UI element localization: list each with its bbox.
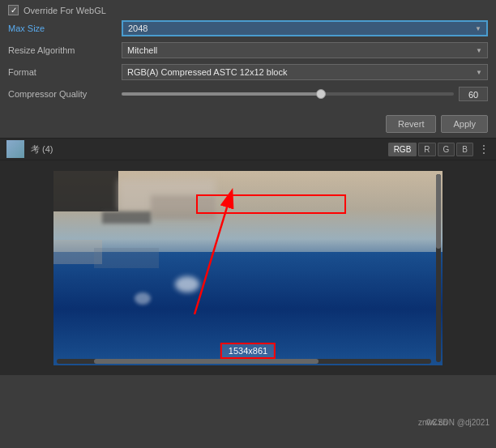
resize-value: Mitchell xyxy=(127,45,157,55)
compressor-slider-thumb[interactable] xyxy=(316,89,326,99)
max-size-value: 2048 xyxy=(128,23,148,33)
resize-row: Resize Algorithm Mitchell ▼ xyxy=(8,41,488,59)
pixel-block-2 xyxy=(94,248,159,268)
channel-buttons: RGB R G B ⋮ xyxy=(388,143,490,156)
dark-patch xyxy=(102,211,151,224)
image-dimensions-text: 1534x861 xyxy=(229,346,267,356)
format-label: Format xyxy=(8,67,122,77)
resize-label: Resize Algorithm xyxy=(8,45,122,55)
channel-b-button[interactable]: B xyxy=(456,143,473,156)
revert-button[interactable]: Revert xyxy=(386,115,436,133)
more-options-icon[interactable]: ⋮ xyxy=(478,143,490,156)
preview-thumbnail xyxy=(6,140,24,158)
compressor-slider-track[interactable] xyxy=(122,92,454,96)
settings-panel: Override For WebGL Max Size 2048 ▼ Resiz… xyxy=(0,0,496,112)
vertical-scrollbar[interactable] xyxy=(436,174,441,362)
horizontal-scrollbar[interactable] xyxy=(57,359,431,364)
image-preview-area[interactable]: 1534x861 xyxy=(0,160,496,375)
horizontal-scrollbar-thumb[interactable] xyxy=(94,359,319,364)
corner-overlay xyxy=(53,171,118,211)
compressor-slider-container: 60 xyxy=(122,87,488,101)
preview-bar: 考 (4) RGB R G B ⋮ xyxy=(0,138,496,160)
water-glint-1 xyxy=(175,276,199,292)
override-checkbox[interactable] xyxy=(8,5,19,15)
water-glint-2 xyxy=(135,292,151,305)
format-value: RGB(A) Compressed ASTC 12x12 block xyxy=(127,67,287,77)
preview-name: 考 (4) xyxy=(31,143,388,156)
image-dimensions-overlay: 1534x861 xyxy=(220,343,276,359)
max-size-row: Max Size 2048 ▼ xyxy=(8,19,488,37)
compressor-slider-fill xyxy=(122,92,321,96)
override-row: Override For WebGL xyxy=(8,5,488,15)
csdn-watermark: ©CSDN @dj2021 xyxy=(425,418,490,427)
override-label: Override For WebGL xyxy=(24,6,106,15)
max-size-dropdown[interactable]: 2048 ▼ xyxy=(122,20,488,36)
format-dropdown[interactable]: RGB(A) Compressed ASTC 12x12 block ▼ xyxy=(122,64,488,80)
channel-r-button[interactable]: R xyxy=(418,143,435,156)
channel-g-button[interactable]: G xyxy=(438,143,455,156)
channel-rgb-button[interactable]: RGB xyxy=(388,143,417,156)
apply-button[interactable]: Apply xyxy=(441,115,488,133)
resize-arrow-icon: ▼ xyxy=(476,47,482,54)
light-patch-2 xyxy=(151,195,216,220)
compressor-label: Compressor Quality xyxy=(8,89,122,99)
image-canvas: 1534x861 xyxy=(53,171,443,365)
format-arrow-icon: ▼ xyxy=(476,69,482,76)
max-size-label: Max Size xyxy=(8,23,122,33)
format-row: Format RGB(A) Compressed ASTC 12x12 bloc… xyxy=(8,63,488,81)
compressor-value[interactable]: 60 xyxy=(459,87,488,101)
max-size-arrow-icon: ▼ xyxy=(475,25,481,32)
compressor-row: Compressor Quality 60 xyxy=(8,85,488,103)
vertical-scrollbar-thumb[interactable] xyxy=(436,174,441,250)
action-buttons-row: Revert Apply xyxy=(0,112,496,138)
resize-dropdown[interactable]: Mitchell ▼ xyxy=(122,42,488,58)
